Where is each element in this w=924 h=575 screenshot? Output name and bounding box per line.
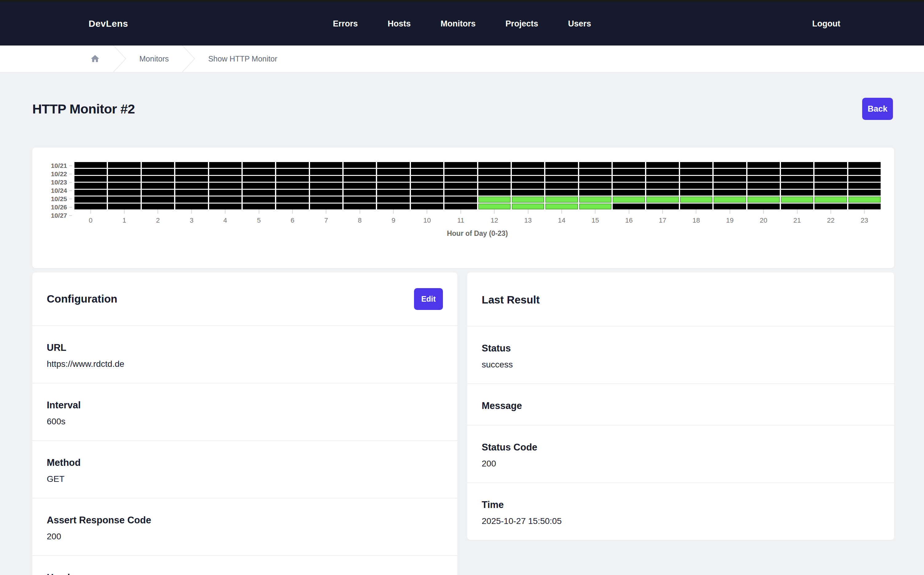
heatmap-cell (478, 190, 511, 195)
heatmap-cell (377, 169, 409, 175)
heatmap-cell (209, 169, 242, 175)
heatmap-cell (579, 203, 611, 210)
heatmap-cell (478, 162, 511, 168)
logout-link[interactable]: Logout (812, 19, 840, 29)
heatmap-cell (781, 162, 813, 168)
heatmap-cell (444, 203, 477, 210)
heatmap-cell (75, 176, 107, 182)
heatmap-cell (276, 197, 309, 202)
heatmap-cell (545, 197, 578, 202)
breadcrumb-item-current: Show HTTP Monitor (208, 54, 277, 64)
heatmap-cell (411, 197, 443, 202)
heatmap-cell (411, 176, 443, 182)
heatmap-cell (411, 162, 443, 168)
heatmap-cell (344, 197, 376, 202)
heatmap-cell (848, 176, 881, 182)
heatmap-cell (848, 190, 881, 195)
nav-menu: Errors Hosts Monitors Projects Users (333, 19, 591, 29)
field-label: Interval (47, 400, 443, 410)
heatmap-cell (377, 176, 409, 182)
heatmap-cell (613, 169, 645, 175)
heatmap-cell (747, 183, 780, 189)
heatmap-cell (276, 190, 309, 195)
heatmap-cell (478, 197, 511, 202)
heatmap-hour-labels: 01234567891011121314151617181920212223 (75, 216, 881, 225)
heatmap-cell (478, 203, 511, 210)
heatmap-cell (848, 203, 881, 210)
heatmap-cell (209, 197, 242, 202)
heatmap-cell (512, 203, 544, 210)
heatmap-cell (579, 183, 611, 189)
heatmap-cell (545, 169, 578, 175)
heatmap-cell (814, 183, 847, 189)
heatmap-day-label: 10/21 (32, 162, 72, 170)
heatmap-cell (747, 197, 780, 202)
heatmap-cell (377, 183, 409, 189)
heatmap-cell (646, 203, 679, 210)
heatmap-cell (243, 183, 275, 189)
heatmap-cell (411, 190, 443, 195)
heatmap-cell (310, 169, 342, 175)
heatmap-cell (512, 183, 544, 189)
heatmap-cell (714, 183, 746, 189)
heatmap-cell (175, 162, 208, 168)
heatmap-cell (680, 203, 712, 210)
heatmap-hour-label: 16 (613, 216, 645, 225)
heatmap-cell (444, 197, 477, 202)
field-value: 600s (47, 417, 443, 426)
heatmap-cell (142, 190, 174, 195)
heatmap-cell (444, 176, 477, 182)
nav-item-projects[interactable]: Projects (506, 19, 538, 29)
heatmap-cell (512, 176, 544, 182)
nav-item-monitors[interactable]: Monitors (441, 19, 476, 29)
edit-button[interactable]: Edit (414, 288, 443, 310)
home-icon[interactable] (90, 54, 100, 64)
heatmap-cell (680, 162, 712, 168)
brand-logo[interactable]: DevLens (89, 19, 128, 29)
heatmap-cell (747, 162, 780, 168)
heatmap-cell (680, 197, 712, 202)
heatmap-cell (310, 197, 342, 202)
breadcrumb-separator-icon (113, 45, 126, 72)
heatmap-cell (613, 197, 645, 202)
heatmap-cell (646, 183, 679, 189)
heatmap-cell (108, 197, 140, 202)
back-button[interactable]: Back (862, 98, 893, 120)
heatmap-cell (344, 203, 376, 210)
heatmap-cell (646, 197, 679, 202)
heatmap-hour-label: 8 (344, 216, 376, 225)
heatmap-cell (276, 183, 309, 189)
heatmap-cell (512, 190, 544, 195)
heatmap-cell (579, 190, 611, 195)
heatmap-cell (478, 169, 511, 175)
heatmap-cell (848, 197, 881, 202)
heatmap-hour-label: 2 (142, 216, 174, 225)
heatmap-day-label: 10/22 (32, 170, 72, 178)
heatmap-cell (714, 176, 746, 182)
nav-item-hosts[interactable]: Hosts (388, 19, 410, 29)
nav-item-users[interactable]: Users (568, 19, 591, 29)
heatmap-cell (310, 203, 342, 210)
heatmap-cell (814, 169, 847, 175)
breadcrumb: Monitors Show HTTP Monitor (0, 46, 924, 73)
heatmap-cell (75, 183, 107, 189)
heatmap-cell (781, 176, 813, 182)
field-label: Status Code (482, 442, 880, 453)
heatmap-cell (848, 183, 881, 189)
field-label: Message (482, 401, 880, 411)
heatmap-cell (142, 162, 174, 168)
heatmap-cell (310, 183, 342, 189)
heatmap-hour-label: 19 (714, 216, 746, 225)
nav-item-errors[interactable]: Errors (333, 19, 358, 29)
field-value: GET (47, 474, 443, 484)
breadcrumb-item-monitors[interactable]: Monitors (139, 54, 169, 64)
heatmap-cell (747, 169, 780, 175)
heatmap-cell (781, 169, 813, 175)
heatmap-cell (411, 183, 443, 189)
heatmap-cell (142, 197, 174, 202)
heatmap-cell (411, 169, 443, 175)
heatmap-cell (175, 197, 208, 202)
heatmap-cell (646, 176, 679, 182)
heatmap-cell (310, 176, 342, 182)
heatmap-cell (344, 183, 376, 189)
